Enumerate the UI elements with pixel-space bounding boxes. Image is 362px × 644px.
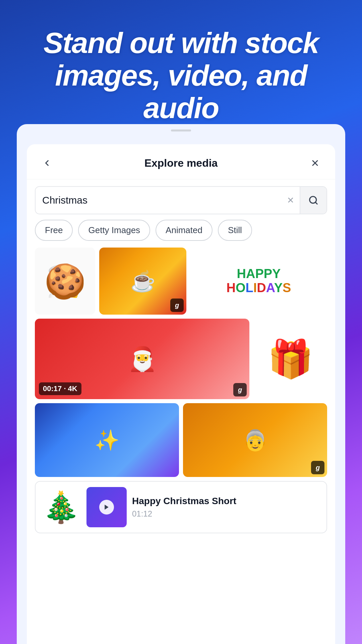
svg-line-3 xyxy=(315,202,317,204)
media-item-gift-box[interactable]: 🎁 xyxy=(253,319,327,399)
media-item-happy-holidays[interactable]: HAPPY HOLIDAYS xyxy=(190,248,327,315)
audio-title: Happy Christmas Short xyxy=(132,496,321,506)
family-gift-image: 👵 xyxy=(183,403,327,477)
back-button[interactable] xyxy=(38,154,56,172)
sheet-handle xyxy=(171,129,191,131)
getty-badge-family: g xyxy=(311,461,324,474)
media-row-3: ✨ 👵 g xyxy=(35,403,327,477)
search-input[interactable] xyxy=(36,187,282,213)
filter-getty-images[interactable]: Getty Images xyxy=(78,220,150,241)
happy-holidays-sticker: HAPPY HOLIDAYS xyxy=(224,264,294,298)
filter-animated[interactable]: Animated xyxy=(156,220,213,241)
media-grid: 🧑‍🍳 🍪 ☕ g HAPPY HOLIDAYS xyxy=(27,248,335,644)
modal-title: Explore media xyxy=(144,157,218,169)
audio-play-button[interactable] xyxy=(86,487,127,527)
media-item-kids-lights[interactable]: ✨ xyxy=(35,403,179,477)
search-submit-button[interactable] xyxy=(300,187,326,214)
explore-media-modal: Explore media ✕ Free Getty Images xyxy=(27,144,335,644)
video-duration-badge: 00:17 · 4K xyxy=(39,382,81,395)
search-clear-button[interactable]: ✕ xyxy=(282,195,300,206)
svg-marker-4 xyxy=(105,505,109,510)
gift-emoji: 🎁 xyxy=(267,337,313,381)
filter-chips: Free Getty Images Animated Still xyxy=(27,220,335,248)
filter-free[interactable]: Free xyxy=(35,220,73,241)
close-button[interactable] xyxy=(306,154,324,172)
kids-lights-image: ✨ xyxy=(35,403,179,477)
audio-thumb-tree: 🎄 xyxy=(41,487,81,527)
media-row-2: 🎅 00:17 · 4K g 🎁 xyxy=(35,319,327,399)
audio-duration: 01:12 xyxy=(132,509,321,519)
search-icon xyxy=(308,195,318,205)
audio-item-christmas-short[interactable]: 🎄 Happy Christmas Short 01:12 xyxy=(35,481,327,533)
audio-info: Happy Christmas Short 01:12 xyxy=(132,496,321,519)
hero-headline: Stand out with stock images, video, and … xyxy=(0,0,362,138)
bottom-sheet: Explore media ✕ Free Getty Images xyxy=(17,124,345,644)
getty-badge-video: g xyxy=(233,383,247,396)
search-bar: ✕ xyxy=(35,186,327,214)
media-row-1: 🧑‍🍳 🍪 ☕ g HAPPY HOLIDAYS xyxy=(35,248,327,315)
media-item-baby-santa[interactable]: 🎅 00:17 · 4K g xyxy=(35,319,249,399)
filter-still[interactable]: Still xyxy=(218,220,252,241)
tree-emoji: 🎄 xyxy=(42,490,80,525)
play-icon xyxy=(99,500,114,515)
media-item-family-gift[interactable]: 👵 g xyxy=(183,403,327,477)
modal-header: Explore media xyxy=(27,144,335,179)
media-item-cocoa[interactable]: ☕ g xyxy=(99,248,186,315)
media-item-gingerbread[interactable]: 🧑‍🍳 🍪 xyxy=(35,248,95,315)
getty-badge: g xyxy=(170,299,184,312)
